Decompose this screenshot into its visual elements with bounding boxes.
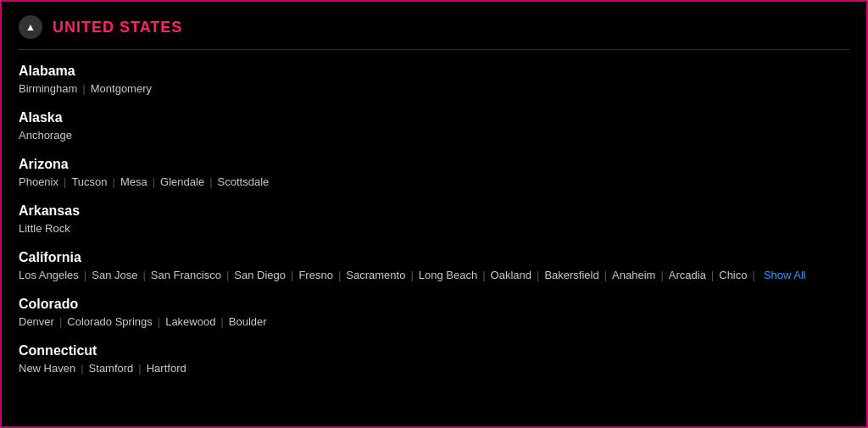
city-link[interactable]: Phoenix (19, 175, 58, 188)
state-section-california: CaliforniaLos Angeles | San Jose | San F… (19, 250, 849, 281)
city-link[interactable]: Fresno (298, 269, 332, 281)
state-name: Arkansas (19, 203, 849, 219)
city-separator: | (64, 175, 66, 188)
chevron-up-icon: ▲ (25, 21, 36, 33)
state-section-connecticut: ConnecticutNew Haven | Stamford | Hartfo… (19, 343, 849, 375)
state-section-alaska: AlaskaAnchorage (19, 110, 849, 142)
cities-list: Los Angeles | San Jose | San Francisco |… (19, 269, 849, 281)
show-all-link[interactable]: Show All (764, 269, 806, 281)
cities-list: Anchorage (19, 129, 849, 142)
city-link[interactable]: Stamford (89, 362, 134, 375)
city-link[interactable]: New Haven (19, 362, 75, 375)
city-separator: | (84, 269, 86, 281)
cities-list: Birmingham | Montgomery (19, 82, 849, 95)
collapse-button[interactable]: ▲ (19, 15, 42, 39)
state-section-colorado: ColoradoDenver | Colorado Springs | Lake… (19, 297, 849, 328)
cities-list: New Haven | Stamford | Hartford (19, 362, 849, 375)
header: ▲ UNITED STATES (19, 15, 849, 50)
city-link[interactable]: San Jose (92, 269, 137, 281)
city-separator: | (537, 269, 539, 281)
state-section-arizona: ArizonaPhoenix | Tucson | Mesa | Glendal… (19, 157, 849, 188)
state-name: Arizona (19, 157, 849, 172)
city-separator: | (59, 315, 62, 328)
city-link[interactable]: Denver (19, 315, 54, 328)
city-separator: | (604, 269, 607, 281)
city-link[interactable]: Sacramento (346, 269, 405, 281)
city-separator: | (291, 269, 293, 281)
state-name: Alabama (19, 64, 849, 79)
city-link[interactable]: Anaheim (612, 269, 655, 281)
city-link[interactable]: Tucson (71, 175, 107, 188)
city-link[interactable]: Arcadia (669, 269, 706, 281)
state-name: Alaska (19, 110, 849, 125)
city-link[interactable]: San Francisco (151, 269, 221, 281)
city-separator: | (482, 269, 485, 281)
city-link[interactable]: San Diego (234, 269, 286, 281)
city-separator: | (82, 82, 85, 95)
city-link[interactable]: Colorado Springs (67, 315, 152, 328)
city-separator: | (153, 175, 155, 188)
city-separator: | (209, 175, 212, 188)
city-link[interactable]: Bakersfield (544, 269, 598, 281)
city-separator: | (142, 269, 145, 281)
city-separator: | (220, 315, 223, 328)
state-section-alabama: AlabamaBirmingham | Montgomery (19, 64, 849, 95)
city-separator: | (81, 362, 83, 375)
city-link[interactable]: Long Beach (419, 269, 477, 281)
state-section-arkansas: ArkansasLittle Rock (19, 203, 849, 235)
city-link[interactable]: Chico (719, 269, 747, 281)
cities-list: Little Rock (19, 222, 849, 235)
city-link[interactable]: Anchorage (19, 129, 72, 142)
city-separator: | (660, 269, 663, 281)
city-link[interactable]: Boulder (229, 315, 267, 328)
city-separator: | (113, 175, 115, 188)
city-separator: | (711, 269, 714, 281)
city-link[interactable]: Scottsdale (218, 175, 270, 188)
city-separator: | (753, 269, 755, 281)
city-separator: | (410, 269, 413, 281)
cities-list: Phoenix | Tucson | Mesa | Glendale | Sco… (19, 175, 849, 188)
city-link[interactable]: Hartford (147, 362, 186, 375)
city-separator: | (226, 269, 229, 281)
country-title: UNITED STATES (53, 19, 182, 36)
states-list: AlabamaBirmingham | MontgomeryAlaskaAnch… (19, 64, 849, 375)
city-link[interactable]: Lakewood (165, 315, 215, 328)
city-link[interactable]: Mesa (120, 175, 147, 188)
city-link[interactable]: Little Rock (19, 222, 70, 235)
state-name: Connecticut (19, 343, 849, 359)
city-link[interactable]: Montgomery (91, 82, 152, 95)
state-name: Colorado (19, 297, 849, 312)
main-container: ▲ UNITED STATES AlabamaBirmingham | Mont… (0, 0, 868, 428)
city-separator: | (138, 362, 141, 375)
state-name: California (19, 250, 849, 265)
city-link[interactable]: Los Angeles (19, 269, 79, 281)
city-separator: | (158, 315, 160, 328)
city-separator: | (338, 269, 341, 281)
city-link[interactable]: Glendale (160, 175, 204, 188)
city-link[interactable]: Oakland (491, 269, 531, 281)
city-link[interactable]: Birmingham (19, 82, 77, 95)
cities-list: Denver | Colorado Springs | Lakewood | B… (19, 315, 849, 328)
